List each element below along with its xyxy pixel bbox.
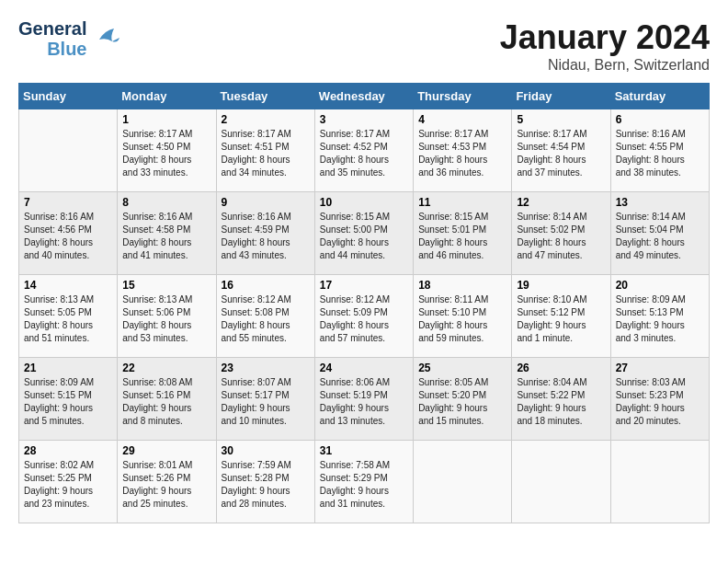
- day-info: Sunrise: 8:13 AM Sunset: 5:05 PM Dayligh…: [24, 293, 112, 345]
- day-info: Sunrise: 8:15 AM Sunset: 5:00 PM Dayligh…: [320, 211, 408, 262]
- day-number: 10: [320, 196, 408, 209]
- day-info: Sunrise: 8:07 AM Sunset: 5:17 PM Dayligh…: [222, 376, 310, 428]
- day-info: Sunrise: 8:13 AM Sunset: 5:06 PM Dayligh…: [122, 293, 210, 345]
- calendar-week-row: 7Sunrise: 8:16 AM Sunset: 4:56 PM Daylig…: [19, 192, 710, 275]
- day-of-week-header: Friday: [512, 84, 610, 109]
- day-number: 2: [222, 113, 310, 126]
- day-info: Sunrise: 7:58 AM Sunset: 5:29 PM Dayligh…: [320, 459, 408, 511]
- day-number: 19: [517, 279, 605, 292]
- day-info: Sunrise: 8:17 AM Sunset: 4:52 PM Dayligh…: [320, 128, 408, 179]
- day-info: Sunrise: 8:17 AM Sunset: 4:51 PM Dayligh…: [222, 128, 310, 179]
- day-number: 26: [517, 362, 605, 374]
- day-info: Sunrise: 8:03 AM Sunset: 5:23 PM Dayligh…: [616, 376, 704, 428]
- location: Nidau, Bern, Switzerland: [500, 57, 710, 74]
- day-of-week-header: Tuesday: [216, 84, 314, 109]
- calendar-cell: 10Sunrise: 8:15 AM Sunset: 5:00 PM Dayli…: [314, 192, 413, 275]
- day-info: Sunrise: 8:12 AM Sunset: 5:08 PM Dayligh…: [222, 293, 310, 345]
- day-info: Sunrise: 8:16 AM Sunset: 4:58 PM Dayligh…: [122, 211, 210, 262]
- calendar-cell: 6Sunrise: 8:16 AM Sunset: 4:55 PM Daylig…: [610, 109, 709, 192]
- day-number: 6: [616, 113, 704, 126]
- calendar-cell: [414, 441, 512, 523]
- day-of-week-header: Saturday: [610, 84, 709, 109]
- calendar-cell: 22Sunrise: 8:08 AM Sunset: 5:16 PM Dayli…: [118, 358, 216, 441]
- day-number: 29: [122, 444, 210, 457]
- day-info: Sunrise: 7:59 AM Sunset: 5:28 PM Dayligh…: [222, 459, 310, 511]
- calendar-week-row: 28Sunrise: 8:02 AM Sunset: 5:25 PM Dayli…: [19, 441, 710, 523]
- day-number: 30: [222, 444, 310, 457]
- calendar-week-row: 21Sunrise: 8:09 AM Sunset: 5:15 PM Dayli…: [19, 358, 710, 441]
- day-number: 24: [320, 362, 408, 374]
- calendar-cell: 20Sunrise: 8:09 AM Sunset: 5:13 PM Dayli…: [610, 275, 709, 358]
- logo-bird-icon: [92, 21, 121, 57]
- page-header: General Blue January 2024 Nidau, Bern, S…: [18, 18, 710, 74]
- calendar-cell: 29Sunrise: 8:01 AM Sunset: 5:26 PM Dayli…: [118, 441, 216, 523]
- day-number: 23: [222, 362, 310, 374]
- calendar-cell: [19, 109, 118, 192]
- calendar-cell: 9Sunrise: 8:16 AM Sunset: 4:59 PM Daylig…: [216, 192, 314, 275]
- day-info: Sunrise: 8:08 AM Sunset: 5:16 PM Dayligh…: [122, 376, 210, 428]
- day-info: Sunrise: 8:04 AM Sunset: 5:22 PM Dayligh…: [517, 376, 605, 428]
- day-number: 14: [24, 279, 112, 292]
- day-info: Sunrise: 8:14 AM Sunset: 5:04 PM Dayligh…: [616, 211, 704, 262]
- day-number: 22: [122, 362, 210, 374]
- day-info: Sunrise: 8:16 AM Sunset: 4:59 PM Dayligh…: [222, 211, 310, 262]
- calendar-cell: 19Sunrise: 8:10 AM Sunset: 5:12 PM Dayli…: [512, 275, 610, 358]
- logo-general: General: [18, 18, 86, 39]
- calendar-cell: 18Sunrise: 8:11 AM Sunset: 5:10 PM Dayli…: [414, 275, 512, 358]
- day-info: Sunrise: 8:17 AM Sunset: 4:50 PM Dayligh…: [122, 128, 210, 179]
- day-number: 16: [222, 279, 310, 292]
- calendar-cell: 15Sunrise: 8:13 AM Sunset: 5:06 PM Dayli…: [118, 275, 216, 358]
- calendar-cell: 1Sunrise: 8:17 AM Sunset: 4:50 PM Daylig…: [118, 109, 216, 192]
- day-info: Sunrise: 8:06 AM Sunset: 5:19 PM Dayligh…: [320, 376, 408, 428]
- day-number: 20: [616, 279, 704, 292]
- day-number: 27: [616, 362, 704, 374]
- day-number: 28: [24, 444, 112, 457]
- month-title: January 2024: [500, 18, 710, 57]
- calendar-cell: 5Sunrise: 8:17 AM Sunset: 4:54 PM Daylig…: [512, 109, 610, 192]
- calendar-cell: 24Sunrise: 8:06 AM Sunset: 5:19 PM Dayli…: [314, 358, 413, 441]
- day-number: 13: [616, 196, 704, 209]
- title-section: January 2024 Nidau, Bern, Switzerland: [500, 18, 710, 74]
- day-number: 31: [320, 444, 408, 457]
- day-of-week-header: Thursday: [414, 84, 512, 109]
- day-number: 8: [122, 196, 210, 209]
- calendar-cell: 17Sunrise: 8:12 AM Sunset: 5:09 PM Dayli…: [314, 275, 413, 358]
- calendar-cell: 7Sunrise: 8:16 AM Sunset: 4:56 PM Daylig…: [19, 192, 118, 275]
- calendar-week-row: 1Sunrise: 8:17 AM Sunset: 4:50 PM Daylig…: [19, 109, 710, 192]
- day-info: Sunrise: 8:02 AM Sunset: 5:25 PM Dayligh…: [24, 459, 112, 511]
- day-info: Sunrise: 8:11 AM Sunset: 5:10 PM Dayligh…: [418, 293, 506, 345]
- calendar-cell: 30Sunrise: 7:59 AM Sunset: 5:28 PM Dayli…: [216, 441, 314, 523]
- logo-blue: Blue: [47, 39, 86, 59]
- day-info: Sunrise: 8:16 AM Sunset: 4:56 PM Dayligh…: [24, 211, 112, 262]
- day-number: 21: [24, 362, 112, 374]
- calendar-table: SundayMondayTuesdayWednesdayThursdayFrid…: [18, 83, 710, 523]
- calendar-cell: 16Sunrise: 8:12 AM Sunset: 5:08 PM Dayli…: [216, 275, 314, 358]
- calendar-cell: 25Sunrise: 8:05 AM Sunset: 5:20 PM Dayli…: [414, 358, 512, 441]
- day-number: 4: [418, 113, 506, 126]
- day-of-week-header: Sunday: [19, 84, 118, 109]
- day-number: 12: [517, 196, 605, 209]
- day-number: 11: [418, 196, 506, 209]
- calendar-cell: 11Sunrise: 8:15 AM Sunset: 5:01 PM Dayli…: [414, 192, 512, 275]
- calendar-cell: 31Sunrise: 7:58 AM Sunset: 5:29 PM Dayli…: [314, 441, 413, 523]
- day-info: Sunrise: 8:01 AM Sunset: 5:26 PM Dayligh…: [122, 459, 210, 511]
- calendar-cell: 3Sunrise: 8:17 AM Sunset: 4:52 PM Daylig…: [314, 109, 413, 192]
- calendar-cell: 26Sunrise: 8:04 AM Sunset: 5:22 PM Dayli…: [512, 358, 610, 441]
- calendar-cell: 27Sunrise: 8:03 AM Sunset: 5:23 PM Dayli…: [610, 358, 709, 441]
- calendar-cell: 4Sunrise: 8:17 AM Sunset: 4:53 PM Daylig…: [414, 109, 512, 192]
- day-number: 18: [418, 279, 506, 292]
- day-info: Sunrise: 8:17 AM Sunset: 4:53 PM Dayligh…: [418, 128, 506, 179]
- day-info: Sunrise: 8:16 AM Sunset: 4:55 PM Dayligh…: [616, 128, 704, 179]
- calendar-cell: 2Sunrise: 8:17 AM Sunset: 4:51 PM Daylig…: [216, 109, 314, 192]
- day-info: Sunrise: 8:17 AM Sunset: 4:54 PM Dayligh…: [517, 128, 605, 179]
- calendar-cell: [610, 441, 709, 523]
- logo: General Blue: [18, 18, 121, 59]
- calendar-cell: 23Sunrise: 8:07 AM Sunset: 5:17 PM Dayli…: [216, 358, 314, 441]
- day-number: 5: [517, 113, 605, 126]
- day-number: 9: [222, 196, 310, 209]
- calendar-cell: 14Sunrise: 8:13 AM Sunset: 5:05 PM Dayli…: [19, 275, 118, 358]
- day-of-week-header: Wednesday: [314, 84, 413, 109]
- day-number: 17: [320, 279, 408, 292]
- day-info: Sunrise: 8:12 AM Sunset: 5:09 PM Dayligh…: [320, 293, 408, 345]
- day-info: Sunrise: 8:10 AM Sunset: 5:12 PM Dayligh…: [517, 293, 605, 345]
